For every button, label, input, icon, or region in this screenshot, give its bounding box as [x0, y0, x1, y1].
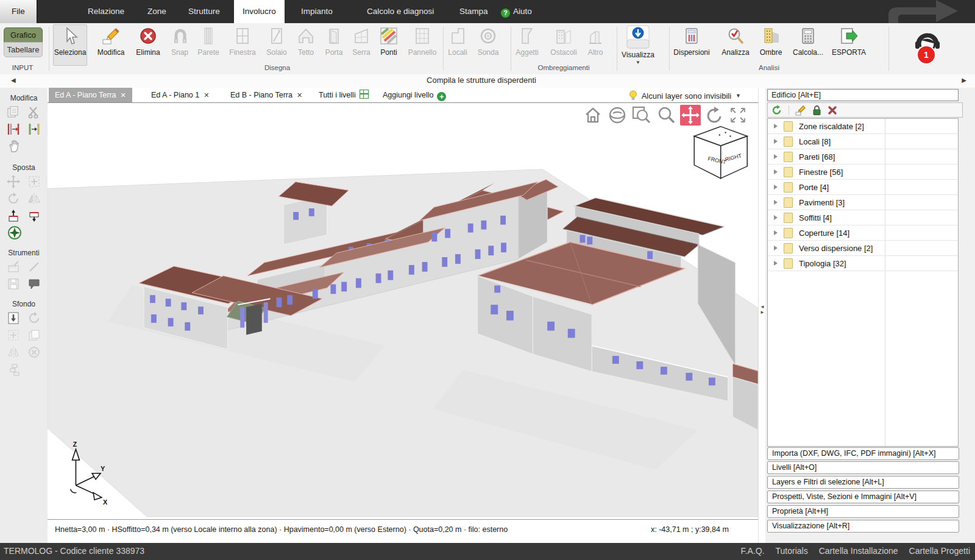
mirror-icon[interactable]	[27, 191, 41, 206]
move-extents-icon[interactable]	[27, 174, 41, 189]
measure-icon[interactable]	[6, 260, 21, 274]
tree-item-tipologia[interactable]: Tipologia [32]	[768, 256, 958, 271]
lock-icon[interactable]	[812, 105, 821, 116]
accordion-visualizzazione[interactable]: Visualizzazione [Alt+R]	[767, 520, 959, 533]
expand-arrow-icon[interactable]	[774, 169, 778, 174]
splitter-grip-icon[interactable]: ◄►	[760, 304, 765, 315]
accordion-proprieta[interactable]: Proprietà [Alt+H]	[767, 505, 959, 518]
menu-file[interactable]: File	[0, 0, 37, 23]
expand-arrow-icon[interactable]	[774, 154, 778, 159]
tab-ed-a-piano-terra[interactable]: Ed A - Piano Terra✕	[49, 88, 132, 102]
sonda-button[interactable]: Sonda	[472, 25, 505, 57]
orient-north-icon[interactable]	[7, 225, 22, 240]
expand-arrow-icon[interactable]	[774, 246, 778, 250]
tree-item-finestre[interactable]: Finestre [56]	[768, 165, 958, 180]
esporta-button[interactable]: ESPORTA	[829, 25, 869, 57]
link-faq[interactable]: F.A.Q.	[741, 546, 765, 556]
tab-ed-a-piano-1[interactable]: Ed A - Piano 1✕	[145, 88, 215, 102]
accordion-importa[interactable]: Importa (DXF, DWG, IFC, PDF immagini) [A…	[767, 447, 959, 460]
link-cartella-progetti[interactable]: Cartella Progetti	[909, 546, 970, 556]
parete-button[interactable]: Parete	[192, 25, 225, 57]
copy-icon[interactable]	[6, 105, 21, 119]
tree-item-locali[interactable]: Locali [8]	[768, 134, 958, 149]
grafico-button[interactable]: Grafico	[4, 27, 43, 43]
remove-background-icon[interactable]	[27, 345, 41, 360]
menu-aiuto[interactable]: ?Aiuto	[492, 0, 541, 23]
comment-icon[interactable]	[27, 277, 41, 291]
pan-hand-icon[interactable]	[7, 139, 22, 154]
menu-stampa[interactable]: Stampa	[451, 0, 497, 23]
nav-cube[interactable]: FRONT RIGHT	[694, 127, 747, 179]
expand-arrow-icon[interactable]	[774, 215, 778, 220]
solaio-button[interactable]: Solaio	[260, 25, 293, 57]
accordion-layers-filtri[interactable]: Layers e Filtri di selezione [Alt+L]	[767, 476, 959, 489]
refresh-icon[interactable]	[771, 105, 782, 116]
ombre-button[interactable]: Ombre	[754, 25, 787, 57]
menu-zone[interactable]: Zone	[139, 0, 175, 23]
accordion-prospetti-viste[interactable]: Prospetti, Viste, Sezioni e Immagini [Al…	[767, 491, 959, 503]
tab-ed-b-piano-terra[interactable]: Ed B - Piano Terra✕	[224, 88, 308, 102]
expand-arrow-icon[interactable]	[774, 124, 778, 129]
move-background-icon[interactable]	[6, 328, 21, 342]
expand-arrow-icon[interactable]	[774, 230, 778, 235]
expand-arrow-icon[interactable]	[774, 139, 778, 144]
ponti-button[interactable]: Ponti	[372, 25, 405, 57]
cut-scissors-icon[interactable]	[27, 105, 41, 119]
tabellare-button[interactable]: Tabellare	[4, 42, 43, 57]
support-button[interactable]: 1	[912, 28, 946, 65]
line-tool-icon[interactable]	[27, 260, 41, 274]
mirror-background-icon[interactable]	[6, 345, 21, 360]
move-icon[interactable]	[6, 174, 21, 189]
calcola-button[interactable]: Calcola...	[789, 25, 827, 57]
split-wall-icon[interactable]	[6, 122, 21, 136]
tree-item-verso-dispersione[interactable]: Verso dispersione [2]	[768, 241, 958, 256]
remove-x-icon[interactable]	[828, 105, 837, 115]
aggetti-button[interactable]: Aggetti	[511, 25, 544, 57]
dispersioni-button[interactable]: Dispersioni	[668, 25, 715, 57]
analizza-button[interactable]: Analizza	[716, 25, 755, 57]
menu-calcolo-diagnosi[interactable]: Calcolo e diagnosi	[358, 0, 442, 23]
elimina-button[interactable]: Elimina	[132, 25, 165, 57]
tree-item-pareti[interactable]: Pareti [68]	[768, 149, 958, 165]
tree-item-pavimenti[interactable]: Pavimenti [3]	[768, 195, 958, 210]
rotate-icon[interactable]	[6, 191, 21, 206]
seleziona-button[interactable]: Seleziona	[53, 24, 87, 66]
link-cartella-installazione[interactable]: Cartella Installazione	[819, 546, 898, 556]
expand-arrow-icon[interactable]	[774, 261, 778, 266]
link-tutorials[interactable]: Tutorials	[775, 546, 807, 556]
import-background-icon[interactable]	[6, 311, 21, 325]
modifica-button[interactable]: Modifica	[94, 25, 127, 57]
menu-impianto[interactable]: Impianto	[292, 0, 341, 23]
close-tab-icon[interactable]: ✕	[204, 91, 209, 99]
tree-item-soffitti[interactable]: Soffitti [4]	[768, 210, 958, 225]
merge-wall-icon[interactable]	[27, 122, 41, 136]
visualizza-button[interactable]: Visualizza ▼	[622, 25, 654, 65]
expand-arrow-icon[interactable]	[774, 185, 778, 190]
edit-pencil-icon[interactable]	[795, 105, 806, 116]
menu-involucro[interactable]: Involucro	[234, 0, 285, 23]
save-icon[interactable]	[6, 277, 21, 291]
altro-button[interactable]: Altro	[579, 25, 612, 57]
scroll-right-icon[interactable]: ▶	[962, 77, 966, 83]
add-level-button[interactable]: Aggiungi livello+	[377, 88, 452, 102]
model-3d-viewport[interactable]: Ed A - Piano Terra✕ Ed A - Piano 1✕ Ed B…	[48, 88, 758, 519]
scroll-left-icon[interactable]: ◀	[11, 77, 16, 83]
ostacoli-button[interactable]: Ostacoli	[547, 25, 580, 57]
tab-tutti-i-livelli[interactable]: Tutti i livelli	[313, 88, 375, 102]
finestra-button[interactable]: Finestra	[226, 25, 259, 57]
background-structure-icon[interactable]	[7, 362, 22, 377]
close-tab-icon[interactable]: ✕	[297, 91, 302, 99]
tree-item-coperture[interactable]: Coperture [14]	[768, 225, 958, 241]
menu-strutture[interactable]: Strutture	[180, 0, 229, 23]
edificio-header[interactable]: Edificio [Alt+E]	[767, 89, 959, 101]
close-tab-icon[interactable]: ✕	[121, 91, 126, 99]
snap-button[interactable]: Snap	[163, 25, 196, 57]
locali-button[interactable]: Locali	[441, 25, 474, 57]
rotate-background-icon[interactable]	[27, 311, 41, 325]
expand-arrow-icon[interactable]	[774, 200, 778, 205]
pannello-button[interactable]: Pannello	[406, 25, 439, 57]
layer-warning[interactable]: Alcuni layer sono invisibili ▼	[629, 90, 741, 101]
tree-item-porte[interactable]: Porte [4]	[768, 180, 958, 195]
raise-level-icon[interactable]	[6, 208, 21, 223]
accordion-livelli[interactable]: Livelli [Alt+O]	[767, 461, 959, 474]
